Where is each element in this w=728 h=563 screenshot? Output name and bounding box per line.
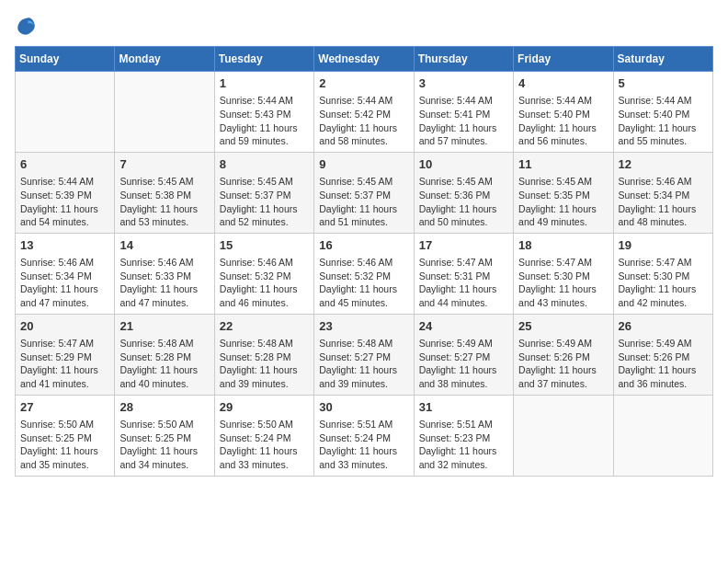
column-header-monday: Monday <box>115 47 214 72</box>
day-info: Sunrise: 5:46 AMSunset: 5:32 PMDaylight:… <box>220 256 309 310</box>
day-info: Sunrise: 5:48 AMSunset: 5:27 PMDaylight:… <box>319 337 408 391</box>
day-info: Sunrise: 5:45 AMSunset: 5:35 PMDaylight:… <box>518 175 608 229</box>
calendar-cell: 29Sunrise: 5:50 AMSunset: 5:24 PMDayligh… <box>214 395 313 476</box>
calendar-cell <box>16 72 115 153</box>
calendar-week-row: 6Sunrise: 5:44 AMSunset: 5:39 PMDaylight… <box>16 152 713 233</box>
day-info: Sunrise: 5:49 AMSunset: 5:27 PMDaylight:… <box>419 337 508 391</box>
day-number: 18 <box>518 237 608 254</box>
day-info: Sunrise: 5:45 AMSunset: 5:36 PMDaylight:… <box>419 175 508 229</box>
calendar-table: SundayMondayTuesdayWednesdayThursdayFrid… <box>15 46 713 477</box>
calendar-cell: 31Sunrise: 5:51 AMSunset: 5:23 PMDayligh… <box>414 395 513 476</box>
day-number: 13 <box>20 237 109 254</box>
calendar-cell: 14Sunrise: 5:46 AMSunset: 5:33 PMDayligh… <box>115 233 214 314</box>
page-header <box>15 15 713 37</box>
day-info: Sunrise: 5:51 AMSunset: 5:23 PMDaylight:… <box>419 418 508 472</box>
day-number: 29 <box>220 399 309 416</box>
calendar-cell: 25Sunrise: 5:49 AMSunset: 5:26 PMDayligh… <box>514 314 613 395</box>
day-info: Sunrise: 5:47 AMSunset: 5:31 PMDaylight:… <box>419 256 508 310</box>
calendar-cell: 5Sunrise: 5:44 AMSunset: 5:40 PMDaylight… <box>613 72 712 153</box>
day-info: Sunrise: 5:50 AMSunset: 5:24 PMDaylight:… <box>220 418 309 472</box>
day-number: 20 <box>20 318 109 335</box>
calendar-cell: 2Sunrise: 5:44 AMSunset: 5:42 PMDaylight… <box>314 72 414 153</box>
calendar-cell: 20Sunrise: 5:47 AMSunset: 5:29 PMDayligh… <box>16 314 115 395</box>
day-number: 31 <box>419 399 508 416</box>
day-info: Sunrise: 5:44 AMSunset: 5:43 PMDaylight:… <box>220 94 309 148</box>
day-info: Sunrise: 5:47 AMSunset: 5:30 PMDaylight:… <box>518 256 608 310</box>
day-info: Sunrise: 5:48 AMSunset: 5:28 PMDaylight:… <box>119 337 209 391</box>
calendar-cell <box>613 395 712 476</box>
day-info: Sunrise: 5:50 AMSunset: 5:25 PMDaylight:… <box>119 418 209 472</box>
day-number: 1 <box>220 75 309 92</box>
day-info: Sunrise: 5:44 AMSunset: 5:41 PMDaylight:… <box>419 94 508 148</box>
calendar-cell: 13Sunrise: 5:46 AMSunset: 5:34 PMDayligh… <box>16 233 115 314</box>
day-number: 22 <box>220 318 309 335</box>
calendar-cell: 15Sunrise: 5:46 AMSunset: 5:32 PMDayligh… <box>214 233 313 314</box>
calendar-cell: 23Sunrise: 5:48 AMSunset: 5:27 PMDayligh… <box>314 314 414 395</box>
calendar-cell: 11Sunrise: 5:45 AMSunset: 5:35 PMDayligh… <box>514 152 613 233</box>
day-number: 6 <box>20 156 109 173</box>
day-number: 15 <box>220 237 309 254</box>
calendar-cell: 26Sunrise: 5:49 AMSunset: 5:26 PMDayligh… <box>613 314 712 395</box>
calendar-cell: 7Sunrise: 5:45 AMSunset: 5:38 PMDaylight… <box>115 152 214 233</box>
day-number: 4 <box>518 75 608 92</box>
column-header-tuesday: Tuesday <box>214 47 313 72</box>
day-info: Sunrise: 5:45 AMSunset: 5:37 PMDaylight:… <box>319 175 408 229</box>
calendar-cell: 16Sunrise: 5:46 AMSunset: 5:32 PMDayligh… <box>314 233 414 314</box>
calendar-cell: 10Sunrise: 5:45 AMSunset: 5:36 PMDayligh… <box>414 152 513 233</box>
calendar-cell: 21Sunrise: 5:48 AMSunset: 5:28 PMDayligh… <box>115 314 214 395</box>
calendar-cell: 19Sunrise: 5:47 AMSunset: 5:30 PMDayligh… <box>613 233 712 314</box>
day-info: Sunrise: 5:47 AMSunset: 5:29 PMDaylight:… <box>20 337 109 391</box>
day-number: 9 <box>319 156 408 173</box>
day-number: 30 <box>319 399 408 416</box>
column-header-thursday: Thursday <box>414 47 513 72</box>
day-number: 10 <box>419 156 508 173</box>
day-info: Sunrise: 5:46 AMSunset: 5:34 PMDaylight:… <box>619 175 708 229</box>
calendar-cell: 1Sunrise: 5:44 AMSunset: 5:43 PMDaylight… <box>214 72 313 153</box>
calendar-week-row: 20Sunrise: 5:47 AMSunset: 5:29 PMDayligh… <box>16 314 713 395</box>
day-number: 26 <box>619 318 708 335</box>
day-number: 27 <box>20 399 109 416</box>
calendar-cell: 4Sunrise: 5:44 AMSunset: 5:40 PMDaylight… <box>514 72 613 153</box>
day-info: Sunrise: 5:46 AMSunset: 5:32 PMDaylight:… <box>319 256 408 310</box>
calendar-cell: 18Sunrise: 5:47 AMSunset: 5:30 PMDayligh… <box>514 233 613 314</box>
day-info: Sunrise: 5:51 AMSunset: 5:24 PMDaylight:… <box>319 418 408 472</box>
day-number: 16 <box>319 237 408 254</box>
day-number: 21 <box>119 318 209 335</box>
calendar-week-row: 13Sunrise: 5:46 AMSunset: 5:34 PMDayligh… <box>16 233 713 314</box>
day-info: Sunrise: 5:48 AMSunset: 5:28 PMDaylight:… <box>220 337 309 391</box>
day-info: Sunrise: 5:45 AMSunset: 5:38 PMDaylight:… <box>119 175 209 229</box>
day-info: Sunrise: 5:49 AMSunset: 5:26 PMDaylight:… <box>619 337 708 391</box>
day-number: 11 <box>518 156 608 173</box>
day-info: Sunrise: 5:44 AMSunset: 5:40 PMDaylight:… <box>518 94 608 148</box>
day-info: Sunrise: 5:44 AMSunset: 5:39 PMDaylight:… <box>20 175 109 229</box>
day-info: Sunrise: 5:46 AMSunset: 5:33 PMDaylight:… <box>119 256 209 310</box>
logo-icon <box>15 15 37 37</box>
day-info: Sunrise: 5:49 AMSunset: 5:26 PMDaylight:… <box>518 337 608 391</box>
calendar-cell: 22Sunrise: 5:48 AMSunset: 5:28 PMDayligh… <box>214 314 313 395</box>
calendar-cell: 17Sunrise: 5:47 AMSunset: 5:31 PMDayligh… <box>414 233 513 314</box>
calendar-cell: 6Sunrise: 5:44 AMSunset: 5:39 PMDaylight… <box>16 152 115 233</box>
calendar-cell: 30Sunrise: 5:51 AMSunset: 5:24 PMDayligh… <box>314 395 414 476</box>
day-info: Sunrise: 5:46 AMSunset: 5:34 PMDaylight:… <box>20 256 109 310</box>
day-number: 5 <box>619 75 708 92</box>
calendar-cell <box>514 395 613 476</box>
day-number: 2 <box>319 75 408 92</box>
day-number: 28 <box>119 399 209 416</box>
calendar-cell <box>115 72 214 153</box>
calendar-header-row: SundayMondayTuesdayWednesdayThursdayFrid… <box>16 47 713 72</box>
day-number: 3 <box>419 75 508 92</box>
day-number: 12 <box>619 156 708 173</box>
day-number: 17 <box>419 237 508 254</box>
column-header-saturday: Saturday <box>613 47 712 72</box>
day-number: 23 <box>319 318 408 335</box>
calendar-cell: 28Sunrise: 5:50 AMSunset: 5:25 PMDayligh… <box>115 395 214 476</box>
calendar-week-row: 1Sunrise: 5:44 AMSunset: 5:43 PMDaylight… <box>16 72 713 153</box>
calendar-cell: 8Sunrise: 5:45 AMSunset: 5:37 PMDaylight… <box>214 152 313 233</box>
day-info: Sunrise: 5:50 AMSunset: 5:25 PMDaylight:… <box>20 418 109 472</box>
day-number: 19 <box>619 237 708 254</box>
day-number: 14 <box>119 237 209 254</box>
column-header-friday: Friday <box>514 47 613 72</box>
day-info: Sunrise: 5:44 AMSunset: 5:42 PMDaylight:… <box>319 94 408 148</box>
day-number: 7 <box>119 156 209 173</box>
calendar-cell: 3Sunrise: 5:44 AMSunset: 5:41 PMDaylight… <box>414 72 513 153</box>
